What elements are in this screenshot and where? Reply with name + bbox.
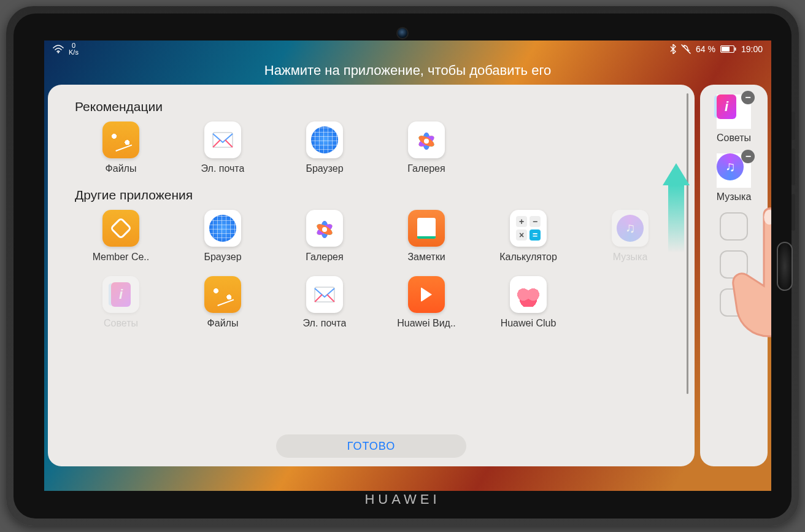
dock-item-dock-tips[interactable]: i−Советы [717,94,751,144]
app-label: Браузер [204,252,241,263]
front-camera [396,27,409,39]
app-browser[interactable]: Браузер [279,121,371,174]
remove-badge-icon[interactable]: − [741,150,755,163]
app-label: Галерея [306,252,343,263]
recommendations-grid: ФайлыЭл. почтаБраузерГалерея [75,121,686,174]
app-label: Huawei Club [501,318,557,329]
app-label: Huawei Вид.. [397,318,456,329]
wifi-icon [53,45,64,53]
tablet-bezel: HUAWEI 0 K/s [13,13,792,519]
hardware-side-buttons [792,112,795,247]
club-icon [510,276,547,313]
home-button[interactable] [777,242,793,291]
app-gallery2[interactable]: Галерея [279,210,371,263]
app-label: Советы [104,318,138,329]
app-notes[interactable]: Заметки [380,210,472,263]
section-title-recommendations: Рекомендации [75,99,686,114]
svg-point-0 [58,52,59,53]
dock-label: Музыка [717,191,752,202]
calculator-icon: +−×= [510,210,547,247]
dock-item-dock-music[interactable]: ♫−Музыка [717,153,752,202]
notes-icon [408,210,445,247]
app-mail2[interactable]: Эл. почта [279,276,371,329]
app-calc[interactable]: +−×=Калькулятор [482,210,574,263]
network-speed: 0 K/s [69,42,79,56]
app-files2[interactable]: Файлы [177,276,269,329]
section-title-others: Другие приложения [75,188,686,202]
svg-point-11 [424,139,429,144]
app-tips: iСоветы [75,276,167,329]
instruction-text: Нажмите на приложение, чтобы добавить ег… [44,63,771,79]
app-label: Калькулятор [499,252,557,263]
mail-icon [306,276,343,313]
app-club[interactable]: Huawei Club [482,276,574,329]
app-browser2[interactable]: Браузер [177,210,269,263]
dock-empty-slot[interactable] [720,250,748,279]
app-mail[interactable]: Эл. почта [177,121,269,174]
others-grid: Member Ce..БраузерГалереяЗаметки+−×=Каль… [75,210,686,329]
app-music: ♫Музыка [584,210,676,263]
gallery-icon [306,210,343,247]
app-label: Эл. почта [303,318,347,329]
clock: 19:00 [741,44,763,54]
video-icon [408,276,445,313]
app-label: Файлы [106,163,137,174]
app-label: Галерея [407,163,445,174]
app-label: Member Ce.. [93,252,149,263]
browser-icon [306,121,343,158]
status-bar: 0 K/s 64 % 19:00 [44,40,771,58]
browser-icon [204,210,241,247]
app-label: Эл. почта [201,163,245,174]
svg-rect-2 [722,47,730,52]
mute-icon [681,44,691,54]
member-center-icon [102,210,139,247]
dock-label: Советы [717,133,751,144]
files-icon [102,121,139,158]
app-label: Музыка [613,252,648,263]
app-files[interactable]: Файлы [75,121,167,174]
app-label: Заметки [407,252,445,263]
dock-panel: i−Советы♫−Музыка [700,85,768,466]
app-picker-panel: Рекомендации ФайлыЭл. почтаБраузерГалере… [48,85,695,466]
tablet-frame: HUAWEI 0 K/s [6,6,799,526]
screen: 0 K/s 64 % 19:00 [44,40,771,491]
dock-empty-slot[interactable] [720,288,748,317]
gallery-icon [408,121,445,158]
files-icon [204,276,241,313]
app-member[interactable]: Member Ce.. [75,210,167,263]
dock-empty-slot[interactable] [720,212,748,241]
svg-rect-3 [734,48,736,51]
battery-icon [720,45,736,53]
svg-point-18 [322,227,327,232]
bluetooth-icon [670,44,676,54]
remove-badge-icon[interactable]: − [741,91,755,104]
done-button[interactable]: ГОТОВО [276,434,466,458]
battery-percent: 64 % [696,44,715,54]
brand-logo: HUAWEI [364,492,440,507]
tips-icon: i [102,276,139,313]
music-icon: ♫ [612,210,649,247]
app-gallery[interactable]: Галерея [380,121,472,174]
app-video[interactable]: Huawei Вид.. [380,276,472,329]
mail-icon [204,121,241,158]
app-label: Браузер [306,163,343,174]
app-label: Файлы [207,318,239,329]
